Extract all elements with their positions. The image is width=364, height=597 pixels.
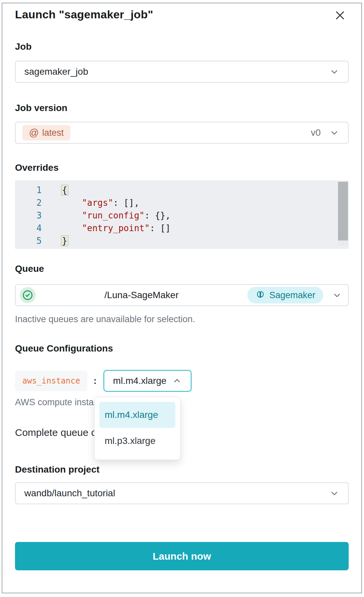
code-line: 2 "args": [], <box>15 196 349 209</box>
queue-select[interactable]: /Luna-SageMaker Sagemaker <box>15 284 349 306</box>
instance-option[interactable]: ml.m4.xlarge <box>99 402 175 428</box>
close-button[interactable] <box>334 9 346 21</box>
latest-badge-label: latest <box>42 128 64 138</box>
config-separator: : <box>93 376 96 386</box>
code-line: 3 "run_config": {}, <box>15 209 349 222</box>
job-select[interactable]: sagemaker_job <box>15 61 349 83</box>
queue-helper-text: Inactive queues are unavailable for sele… <box>15 314 349 325</box>
job-select-value: sagemaker_job <box>24 66 329 77</box>
line-number: 4 <box>15 222 42 234</box>
job-label: Job <box>15 41 349 52</box>
chevron-down-icon <box>329 67 339 77</box>
chevron-down-icon <box>329 488 339 498</box>
sagemaker-brain-icon <box>255 290 265 300</box>
at-icon: @ <box>29 127 39 138</box>
destination-project-select[interactable]: wandb/launch_tutorial <box>15 482 349 504</box>
queue-active-check-icon <box>20 287 36 303</box>
complete-queue-config-text: Complete queue co <box>15 427 349 438</box>
scrollbar-thumb[interactable] <box>338 182 348 240</box>
overrides-code-editor[interactable]: 1{2 "args": [],3 "run_config": {},4 "ent… <box>15 180 349 249</box>
sagemaker-badge: Sagemaker <box>247 287 323 304</box>
queue-select-value: /Luna-SageMaker <box>36 290 247 301</box>
overrides-label: Overrides <box>15 162 349 173</box>
code-text: } <box>42 234 68 247</box>
chevron-down-icon <box>329 128 339 138</box>
close-icon <box>334 9 346 21</box>
code-line: 5} <box>15 234 349 247</box>
instance-type-select[interactable]: ml.m4.xlarge <box>103 370 192 392</box>
destination-project-label: Destination project <box>15 464 349 475</box>
code-line: 4 "entry_point": [] <box>15 222 349 234</box>
chevron-up-icon <box>172 376 182 386</box>
code-line: 1{ <box>15 184 349 196</box>
code-text: "run_config": {}, <box>42 209 171 222</box>
modal-header: Launch "sagemaker_job" <box>15 8 349 21</box>
instance-options-dropdown: ml.m4.xlargeml.p3.xlarge <box>94 397 180 460</box>
config-key-pill: aws_instance <box>15 371 87 391</box>
latest-version-badge: @ latest <box>22 125 70 140</box>
queue-config-area: aws_instance : ml.m4.xlarge AWS compute … <box>15 370 349 438</box>
queue-label: Queue <box>15 263 349 274</box>
job-version-label: Job version <box>15 103 349 113</box>
line-number: 1 <box>15 184 42 196</box>
job-version-select[interactable]: @ latest v0 <box>15 122 349 144</box>
code-text: "args": [], <box>42 196 139 209</box>
version-number: v0 <box>311 127 321 138</box>
chevron-down-icon <box>332 290 342 300</box>
destination-project-value: wandb/launch_tutorial <box>24 488 329 499</box>
code-text: { <box>42 184 68 196</box>
launch-now-button[interactable]: Launch now <box>15 542 349 570</box>
line-number: 3 <box>15 209 42 222</box>
queue-configurations-label: Queue Configurations <box>15 343 349 354</box>
line-number: 5 <box>15 234 42 247</box>
instance-option[interactable]: ml.p3.xlarge <box>99 428 175 454</box>
sagemaker-badge-label: Sagemaker <box>269 290 315 301</box>
editor-scrollbar[interactable] <box>338 182 348 246</box>
instance-helper-text: AWS compute instance <box>15 397 349 408</box>
modal-title: Launch "sagemaker_job" <box>15 8 153 21</box>
launch-modal: Launch "sagemaker_job" Job sagemaker_job… <box>2 3 362 593</box>
code-text: "entry_point": [] <box>42 222 171 234</box>
line-number: 2 <box>15 196 42 209</box>
instance-type-value: ml.m4.xlarge <box>113 376 166 386</box>
